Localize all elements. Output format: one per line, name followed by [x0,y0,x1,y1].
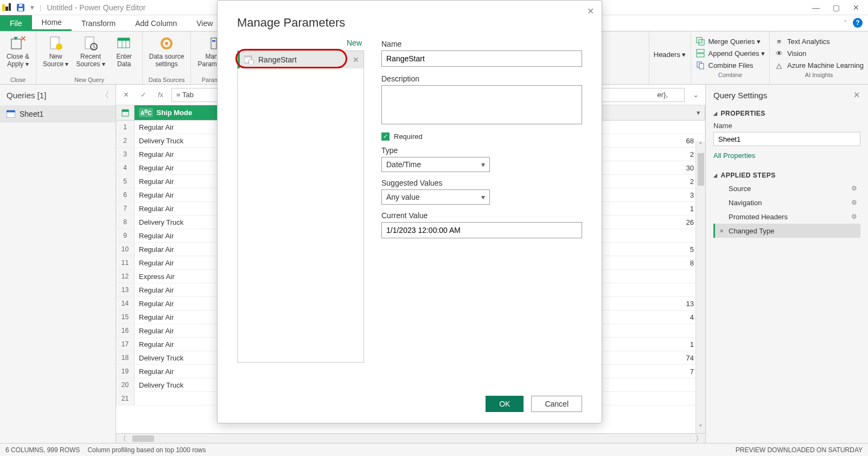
close-window-button[interactable]: ✕ [853,3,859,12]
horizontal-scrollbar[interactable]: 〈 〉 [116,433,705,443]
data-source-settings-button[interactable]: Data source settings [147,34,187,75]
scroll-right-icon[interactable]: 〉 [692,434,705,444]
svg-rect-29 [7,110,15,112]
dialog-close-button[interactable]: ✕ [587,6,594,16]
cell-ship-mode[interactable]: Regular Air [135,297,221,310]
cell-ship-mode[interactable]: Regular Air [135,161,221,174]
applied-step[interactable]: Navigation⚙ [713,195,860,210]
append-queries-button[interactable]: Append Queries ▾ [695,48,765,59]
type-select[interactable]: Date/Time [381,157,490,172]
query-name-input[interactable] [713,132,860,146]
column-header-ship-mode[interactable]: ABCShip Mode [135,105,221,120]
row-number: 21 [116,392,135,405]
enter-data-button[interactable]: Enter Data [111,34,138,75]
required-checkbox[interactable]: ✓ Required [381,132,582,141]
applied-steps-section[interactable]: APPLIED STEPS [713,167,860,181]
tab-file[interactable]: File [0,15,32,31]
all-properties-link[interactable]: All Properties [713,151,860,160]
cancel-button[interactable]: Cancel [531,396,582,412]
close-apply-button[interactable]: ✕ Close & Apply ▾ [4,34,31,75]
parameter-description-input[interactable] [381,85,582,124]
applied-step[interactable]: Changed Type [713,224,860,238]
scroll-left-icon[interactable]: 〈 [116,434,129,444]
headers-button[interactable]: Headers ▾ [654,50,686,59]
cell-ship-mode[interactable]: Regular Air [135,283,221,296]
ribbon-group-label: New Query [41,75,138,83]
cell-ship-mode[interactable]: Regular Air [135,311,221,324]
formula-expand-icon[interactable]: ⌄ [689,91,702,99]
cell-ship-mode[interactable]: Delivery Truck [135,351,221,364]
vertical-scrollbar[interactable]: ˄ ˅ [695,141,705,433]
row-header-corner[interactable] [116,105,135,120]
collapse-ribbon-icon[interactable]: ˄ [844,19,847,27]
scroll-up-icon[interactable]: ˄ [699,141,703,151]
parameter-name-input[interactable] [381,50,582,67]
parameter-item-rangestart[interactable]: RangeStart ✕ [238,51,363,68]
maximize-button[interactable]: ▢ [833,3,840,12]
scroll-down-icon[interactable]: ˅ [699,423,703,433]
cell-ship-mode[interactable]: Regular Air [135,148,221,161]
scroll-thumb[interactable] [132,435,154,442]
cell-ship-mode[interactable]: Regular Air [135,256,221,269]
cell-ship-mode[interactable] [135,392,221,405]
cell-ship-mode[interactable]: Regular Air [135,365,221,378]
cell-ship-mode[interactable]: Regular Air [135,229,221,242]
tab-add-column[interactable]: Add Column [125,15,187,31]
close-pane-icon[interactable]: ✕ [853,90,860,100]
azure-ml-button[interactable]: △Azure Machine Learning [774,60,864,71]
column-filter-icon[interactable]: ▾ [697,109,700,117]
name-label: Name [713,122,860,130]
ok-button[interactable]: OK [486,396,524,412]
applied-step[interactable]: Promoted Headers⚙ [713,210,860,224]
help-icon[interactable]: ? [853,18,863,28]
merge-queries-button[interactable]: Merge Queries ▾ [695,36,765,47]
cell-ship-mode[interactable]: Regular Air [135,175,221,188]
cell-ship-mode[interactable]: Regular Air [135,243,221,256]
manage-parameters-dialog: ✕ Manage Parameters New RangeStart ✕ Nam… [217,0,602,423]
ribbon-group-data-sources: Data source settings Data Sources [143,31,192,84]
cell-ship-mode[interactable]: Delivery Truck [135,134,221,147]
formula-text: = Tab [176,91,194,99]
current-value-input[interactable] [381,222,582,238]
row-number: 11 [116,256,135,269]
cancel-formula-icon[interactable]: ✕ [119,88,132,102]
step-settings-icon[interactable]: ⚙ [851,185,857,192]
tab-transform[interactable]: Transform [72,15,125,31]
step-settings-icon[interactable]: ⚙ [851,213,857,220]
scroll-thumb[interactable] [698,153,704,186]
step-settings-icon[interactable]: ⚙ [851,199,857,206]
save-icon[interactable] [16,3,25,12]
applied-step[interactable]: Source⚙ [713,181,860,195]
new-parameter-link[interactable]: New [237,39,364,50]
append-icon [695,48,705,58]
fx-icon[interactable]: fx [154,88,167,102]
cell-ship-mode[interactable]: Delivery Truck [135,216,221,229]
row-number: 9 [116,229,135,242]
cell-ship-mode[interactable]: Regular Air [135,188,221,201]
collapse-pane-icon[interactable]: 〈 [101,90,109,100]
minimize-button[interactable]: — [812,3,820,12]
ribbon-help-area: ˄ ? [844,18,863,28]
recent-sources-label: Recent Sources ▾ [76,53,105,68]
recent-sources-button[interactable]: Recent Sources ▾ [74,34,107,75]
cell-ship-mode[interactable]: Regular Air [135,324,221,337]
tab-home[interactable]: Home [32,15,72,31]
cell-ship-mode[interactable]: Regular Air [135,121,221,134]
accept-formula-icon[interactable]: ✓ [137,88,150,102]
query-item-sheet1[interactable]: Sheet1 [0,105,116,123]
cell-ship-mode[interactable]: Regular Air [135,202,221,215]
combine-files-button[interactable]: Combine Files [695,60,765,71]
properties-section[interactable]: PROPERTIES [713,105,860,119]
query-settings-header: Query Settings ✕ [706,85,868,105]
qat-dropdown-icon[interactable]: ▾ [30,3,34,11]
delete-parameter-icon[interactable]: ✕ [353,55,359,64]
cell-ship-mode[interactable]: Express Air [135,270,221,283]
cell-ship-mode[interactable]: Regular Air [135,338,221,351]
suggested-values-label: Suggested Values [381,179,582,187]
vision-button[interactable]: 👁Vision [774,48,864,59]
cell-ship-mode[interactable]: Delivery Truck [135,378,221,391]
new-source-button[interactable]: New Source ▾ [41,34,71,75]
suggested-values-select[interactable]: Any value [381,189,490,205]
text-analytics-button[interactable]: ≡Text Analytics [774,36,864,47]
svg-rect-25 [697,54,704,57]
